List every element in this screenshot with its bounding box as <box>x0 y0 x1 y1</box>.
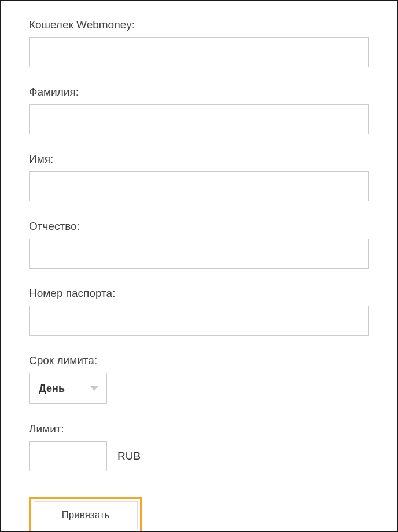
chevron-down-icon <box>90 386 98 391</box>
limit-group: Лимит: RUB <box>29 423 369 471</box>
patronymic-label: Отчество: <box>29 220 369 233</box>
name-input[interactable] <box>29 171 369 201</box>
wallet-label: Кошелек Webmoney: <box>29 19 369 31</box>
surname-input[interactable] <box>29 104 369 134</box>
passport-input[interactable] <box>29 306 369 336</box>
surname-group: Фамилия: <box>29 86 369 134</box>
limit-period-select[interactable]: День <box>29 373 107 404</box>
limit-label: Лимит: <box>29 423 369 435</box>
limit-period-label: Срок лимита: <box>29 354 369 367</box>
name-group: Имя: <box>29 153 369 201</box>
patronymic-group: Отчество: <box>29 220 369 269</box>
submit-highlight: Привязать <box>29 497 142 532</box>
submit-button[interactable]: Привязать <box>34 501 138 529</box>
patronymic-input[interactable] <box>29 239 369 269</box>
currency-label: RUB <box>117 450 141 463</box>
name-label: Имя: <box>29 153 369 166</box>
limit-input[interactable] <box>29 441 107 471</box>
passport-label: Номер паспорта: <box>29 287 369 300</box>
webmoney-binding-form: Кошелек Webmoney: Фамилия: Имя: Отчество… <box>29 19 369 532</box>
limit-row: RUB <box>29 441 369 471</box>
surname-label: Фамилия: <box>29 86 369 98</box>
limit-period-group: Срок лимита: День <box>29 354 369 404</box>
wallet-input[interactable] <box>29 37 369 67</box>
wallet-group: Кошелек Webmoney: <box>29 19 369 67</box>
passport-group: Номер паспорта: <box>29 287 369 336</box>
